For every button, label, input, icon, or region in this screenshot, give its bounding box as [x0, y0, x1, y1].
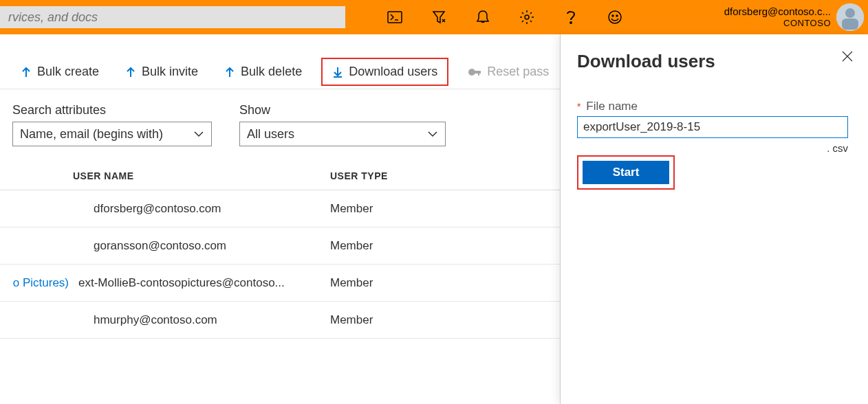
svg-point-2: [570, 22, 572, 23]
start-button[interactable]: Start: [583, 161, 669, 184]
row-user-type: Member: [330, 239, 536, 253]
row-user-type: Member: [330, 202, 536, 216]
start-button-highlight: Start: [577, 155, 675, 190]
global-search-input[interactable]: [0, 6, 345, 28]
row-user-type: Member: [330, 276, 536, 290]
download-users-label: Download users: [349, 65, 437, 79]
download-users-panel: Download users * File name . csv Start: [560, 34, 868, 404]
svg-point-7: [845, 8, 855, 18]
row-user-name: goransson@contoso.com: [73, 239, 330, 253]
user-org: CONTOSO: [724, 18, 831, 28]
svg-rect-8: [842, 19, 858, 30]
svg-rect-0: [388, 12, 402, 23]
row-display-name-fragment: o Pictures): [0, 276, 73, 290]
cloud-shell-icon[interactable]: [373, 0, 417, 34]
reset-password-button: Reset pass: [461, 60, 556, 83]
top-bar: dforsberg@contoso.c... CONTOSO: [0, 0, 868, 34]
bulk-create-label: Bulk create: [37, 65, 99, 79]
topbar-icons: [373, 0, 637, 34]
user-account-block[interactable]: dforsberg@contoso.c... CONTOSO: [724, 0, 868, 34]
help-icon[interactable]: [549, 0, 593, 34]
upload-icon: [224, 66, 235, 78]
user-text: dforsberg@contoso.c... CONTOSO: [724, 6, 836, 28]
row-user-type: Member: [330, 313, 536, 327]
row-user-name: dforsberg@contoso.com: [73, 202, 330, 216]
col-header-user-name[interactable]: USER NAME: [0, 170, 330, 181]
bulk-create-button[interactable]: Bulk create: [14, 60, 106, 83]
bulk-invite-label: Bulk invite: [142, 65, 198, 79]
filter-icon[interactable]: [417, 0, 461, 34]
workspace: Bulk create Bulk invite Bulk delete: [0, 34, 868, 404]
search-attributes-value: Name, email (begins with): [20, 127, 163, 142]
svg-point-4: [612, 15, 614, 16]
chevron-down-icon: [193, 131, 204, 137]
bulk-invite-button[interactable]: Bulk invite: [118, 60, 205, 83]
col-header-user-type[interactable]: USER TYPE: [330, 170, 536, 181]
show-select[interactable]: All users: [239, 122, 446, 146]
row-user-name: hmurphy@contoso.com: [73, 313, 330, 327]
row-user-name: ext-MollieB-contosopictures@contoso...: [73, 276, 330, 290]
show-group: Show All users: [239, 103, 446, 146]
chevron-down-icon: [427, 131, 438, 137]
notifications-icon[interactable]: [461, 0, 505, 34]
svg-rect-11: [478, 71, 479, 76]
panel-title: Download users: [577, 51, 851, 72]
user-email: dforsberg@contoso.c...: [724, 6, 831, 18]
required-star: *: [577, 101, 581, 112]
file-name-input[interactable]: [577, 116, 848, 138]
settings-gear-icon[interactable]: [505, 0, 549, 34]
file-name-label: File name: [586, 100, 638, 113]
feedback-smile-icon[interactable]: [593, 0, 637, 34]
svg-point-1: [525, 15, 529, 19]
avatar: [836, 3, 864, 31]
upload-icon: [21, 66, 32, 78]
download-icon: [332, 66, 343, 78]
file-extension: . csv: [577, 142, 848, 154]
file-name-field: * File name . csv: [577, 100, 851, 154]
reset-password-label: Reset pass: [487, 65, 549, 79]
key-icon: [468, 66, 481, 78]
search-attributes-select[interactable]: Name, email (begins with): [12, 122, 212, 146]
close-panel-button[interactable]: [839, 48, 856, 65]
search-attributes-label: Search attributes: [12, 103, 212, 117]
svg-point-5: [616, 15, 618, 16]
bulk-delete-button[interactable]: Bulk delete: [217, 60, 309, 83]
svg-point-3: [609, 11, 621, 23]
download-users-button[interactable]: Download users: [321, 58, 448, 86]
show-value: All users: [247, 127, 294, 142]
search-attributes-group: Search attributes Name, email (begins wi…: [12, 103, 212, 146]
svg-rect-10: [474, 71, 481, 74]
bulk-delete-label: Bulk delete: [241, 65, 302, 79]
show-label: Show: [239, 103, 446, 117]
upload-icon: [125, 66, 136, 78]
